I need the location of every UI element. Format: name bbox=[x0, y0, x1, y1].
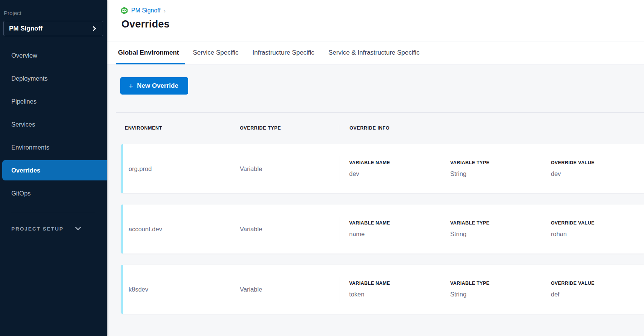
breadcrumb-separator: › bbox=[164, 8, 166, 14]
page-title: Overrides bbox=[121, 18, 644, 30]
tab-global-environment[interactable]: Global Environment bbox=[118, 41, 179, 64]
content-area: + New Override ENVIRONMENT OVERRIDE TYPE… bbox=[107, 64, 644, 336]
override-value-value: rohan bbox=[551, 231, 644, 238]
variable-name-label: VARIABLE NAME bbox=[349, 220, 450, 226]
override-value-label: OVERRIDE VALUE bbox=[551, 220, 644, 226]
breadcrumb: PM Signoff › bbox=[120, 6, 644, 15]
sidebar-nav: Overview Deployments Pipelines Services … bbox=[0, 45, 107, 203]
tab-service-specific[interactable]: Service Specific bbox=[193, 41, 239, 64]
override-value-label: OVERRIDE VALUE bbox=[551, 160, 644, 165]
variable-type-label: VARIABLE TYPE bbox=[450, 281, 551, 286]
variable-type-value: String bbox=[450, 291, 551, 298]
table-header-row: ENVIRONMENT OVERRIDE TYPE OVERRIDE INFO bbox=[116, 113, 644, 144]
column-header-override-type: OVERRIDE TYPE bbox=[240, 125, 339, 144]
tab-service-infrastructure-specific[interactable]: Service & Infrastructure Specific bbox=[328, 41, 420, 64]
column-header-environment: ENVIRONMENT bbox=[116, 125, 240, 144]
cd-hexagon-green-icon bbox=[120, 6, 128, 15]
sidebar-item-environments[interactable]: Environments bbox=[0, 137, 107, 157]
chevron-right-icon bbox=[92, 26, 97, 31]
overrides-table: ENVIRONMENT OVERRIDE TYPE OVERRIDE INFO … bbox=[116, 112, 644, 314]
variable-name-label: VARIABLE NAME bbox=[349, 281, 450, 286]
sidebar-item-overrides[interactable]: Overrides bbox=[2, 160, 107, 180]
table-row[interactable]: k8sdev Variable VARIABLE NAME token VARI… bbox=[121, 265, 644, 314]
project-selector[interactable]: PM Signoff bbox=[3, 21, 103, 36]
sidebar-divider bbox=[11, 212, 95, 212]
sidebar-item-gitops[interactable]: GitOps bbox=[0, 183, 107, 203]
variable-name-label: VARIABLE NAME bbox=[349, 160, 450, 165]
variable-type-value: String bbox=[450, 231, 551, 238]
variable-type-label: VARIABLE TYPE bbox=[450, 160, 551, 165]
new-override-button-label: New Override bbox=[137, 82, 178, 90]
project-label: Project bbox=[4, 10, 107, 16]
sidebar-item-pipelines[interactable]: Pipelines bbox=[0, 91, 107, 111]
main-area: PM Signoff › Overrides Global Environmen… bbox=[107, 0, 644, 336]
sidebar: Project PM Signoff Overview Deployments … bbox=[0, 0, 107, 336]
table-row[interactable]: account.dev Variable VARIABLE NAME name … bbox=[121, 205, 644, 254]
column-header-override-info: OVERRIDE INFO bbox=[339, 125, 644, 144]
override-value-value: dev bbox=[551, 170, 644, 177]
sidebar-item-deployments[interactable]: Deployments bbox=[0, 68, 107, 89]
override-value-label: OVERRIDE VALUE bbox=[551, 281, 644, 286]
chevron-down-icon bbox=[75, 226, 81, 231]
table-row[interactable]: org.prod Variable VARIABLE NAME dev VARI… bbox=[121, 144, 644, 193]
page-header: PM Signoff › Overrides bbox=[107, 0, 644, 41]
variable-name-value: name bbox=[349, 231, 450, 238]
sidebar-item-services[interactable]: Services bbox=[0, 114, 107, 134]
project-setup-label: PROJECT SETUP bbox=[11, 226, 64, 232]
row-environment: org.prod bbox=[123, 144, 240, 193]
plus-icon: + bbox=[129, 82, 133, 90]
override-value-value: def bbox=[551, 291, 644, 298]
project-selector-value: PM Signoff bbox=[9, 25, 92, 32]
variable-type-value: String bbox=[450, 170, 551, 177]
sidebar-item-overview[interactable]: Overview bbox=[0, 45, 107, 66]
tabbar: Global Environment Service Specific Infr… bbox=[107, 41, 644, 64]
tab-infrastructure-specific[interactable]: Infrastructure Specific bbox=[252, 41, 314, 64]
variable-name-value: token bbox=[349, 291, 450, 298]
project-setup-toggle[interactable]: PROJECT SETUP bbox=[0, 221, 107, 236]
row-override-type: Variable bbox=[240, 144, 339, 193]
row-override-type: Variable bbox=[240, 205, 339, 254]
breadcrumb-project-link[interactable]: PM Signoff bbox=[131, 7, 161, 14]
variable-type-label: VARIABLE TYPE bbox=[450, 220, 551, 226]
variable-name-value: dev bbox=[349, 170, 450, 177]
new-override-button[interactable]: + New Override bbox=[120, 77, 188, 95]
row-environment: k8sdev bbox=[123, 265, 240, 314]
row-override-type: Variable bbox=[240, 265, 339, 314]
row-environment: account.dev bbox=[123, 205, 240, 254]
